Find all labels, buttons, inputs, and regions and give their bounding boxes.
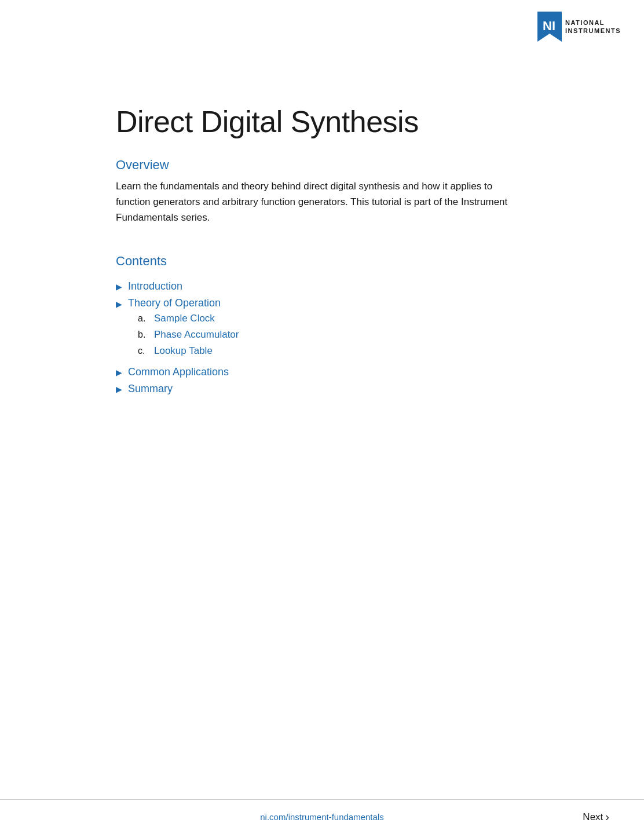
footer: ni.com/instrument-fundamentals Next › bbox=[0, 799, 644, 834]
toc-arrow-common-applications: ▶ bbox=[116, 368, 122, 377]
footer-center: ni.com/instrument-fundamentals bbox=[260, 812, 383, 822]
logo-line1: NATIONAL bbox=[565, 19, 621, 27]
header: NI NATIONAL INSTRUMENTS bbox=[537, 12, 621, 42]
ni-logo: NI NATIONAL INSTRUMENTS bbox=[537, 12, 621, 42]
page-title: Direct Digital Synthesis bbox=[116, 104, 528, 139]
toc-subitem-lookup-table: c. Lookup Table bbox=[138, 345, 239, 357]
main-content: Direct Digital Synthesis Overview Learn … bbox=[0, 0, 644, 458]
overview-text: Learn the fundamentals and theory behind… bbox=[116, 178, 510, 226]
toc-item-theory: ▶ Theory of Operation a. Sample Clock b.… bbox=[116, 297, 528, 361]
toc-sublabel-b: b. bbox=[138, 330, 149, 340]
next-label: Next bbox=[583, 811, 603, 823]
toc-item-theory-header: ▶ Theory of Operation bbox=[116, 297, 221, 309]
toc-link-common-applications[interactable]: Common Applications bbox=[128, 366, 229, 378]
ni-logo-text: NATIONAL INSTRUMENTS bbox=[565, 19, 621, 35]
toc-arrow-theory: ▶ bbox=[116, 299, 122, 309]
toc-item-common-applications: ▶ Common Applications bbox=[116, 366, 528, 378]
contents-section: Contents ▶ Introduction ▶ Theory of Oper… bbox=[116, 254, 528, 395]
next-button[interactable]: Next › bbox=[583, 810, 609, 824]
toc-link-sample-clock[interactable]: Sample Clock bbox=[154, 313, 215, 324]
toc-link-lookup-table[interactable]: Lookup Table bbox=[154, 345, 213, 357]
toc-arrow-introduction: ▶ bbox=[116, 282, 122, 291]
logo-line2: INSTRUMENTS bbox=[565, 27, 621, 35]
svg-text:NI: NI bbox=[543, 19, 555, 33]
toc-link-phase-accumulator[interactable]: Phase Accumulator bbox=[154, 329, 239, 341]
toc-arrow-summary: ▶ bbox=[116, 385, 122, 394]
toc-link-summary[interactable]: Summary bbox=[128, 383, 173, 395]
ni-logo-icon: NI bbox=[537, 12, 562, 42]
toc-subitem-phase-accumulator: b. Phase Accumulator bbox=[138, 329, 239, 341]
overview-heading: Overview bbox=[116, 158, 528, 173]
next-chevron-icon: › bbox=[605, 810, 609, 824]
toc-list: ▶ Introduction ▶ Theory of Operation a. … bbox=[116, 280, 528, 395]
toc-item-introduction: ▶ Introduction bbox=[116, 280, 528, 292]
toc-sublist-theory: a. Sample Clock b. Phase Accumulator c. … bbox=[138, 313, 239, 361]
toc-sublabel-a: a. bbox=[138, 313, 149, 324]
contents-heading: Contents bbox=[116, 254, 528, 269]
toc-subitem-sample-clock: a. Sample Clock bbox=[138, 313, 239, 324]
toc-sublabel-c: c. bbox=[138, 346, 149, 356]
toc-link-theory[interactable]: Theory of Operation bbox=[128, 297, 221, 309]
toc-item-summary: ▶ Summary bbox=[116, 383, 528, 395]
footer-url[interactable]: ni.com/instrument-fundamentals bbox=[260, 812, 383, 822]
toc-link-introduction[interactable]: Introduction bbox=[128, 280, 182, 292]
